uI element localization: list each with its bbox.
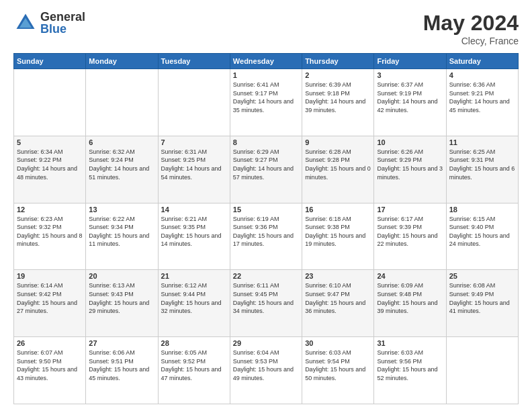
calendar-week-row: 26Sunrise: 6:07 AMSunset: 9:50 PMDayligh… xyxy=(14,337,519,404)
location: Clecy, France xyxy=(423,36,519,46)
calendar-cell xyxy=(446,337,518,404)
calendar-cell xyxy=(158,69,230,136)
col-wednesday: Wednesday xyxy=(230,54,302,69)
day-number: 17 xyxy=(377,205,443,214)
day-number: 18 xyxy=(449,205,515,214)
logo-text: General Blue xyxy=(40,11,85,35)
cell-text: Sunrise: 6:25 AMSunset: 9:31 PMDaylight:… xyxy=(449,148,515,181)
calendar-cell: 28Sunrise: 6:05 AMSunset: 9:52 PMDayligh… xyxy=(158,337,230,404)
calendar-cell: 10Sunrise: 6:26 AMSunset: 9:29 PMDayligh… xyxy=(374,136,446,203)
day-number: 21 xyxy=(161,272,227,280)
cell-text: Sunrise: 6:19 AMSunset: 9:36 PMDaylight:… xyxy=(233,215,299,248)
col-monday: Monday xyxy=(86,54,158,69)
cell-text: Sunrise: 6:03 AMSunset: 9:56 PMDaylight:… xyxy=(377,349,443,382)
cell-text: Sunrise: 6:41 AMSunset: 9:17 PMDaylight:… xyxy=(233,81,299,114)
day-number: 11 xyxy=(449,138,515,146)
day-number: 26 xyxy=(17,339,83,347)
calendar-cell: 3Sunrise: 6:37 AMSunset: 9:19 PMDaylight… xyxy=(374,69,446,136)
title-area: May 2024 Clecy, France xyxy=(423,11,519,46)
cell-text: Sunrise: 6:14 AMSunset: 9:42 PMDaylight:… xyxy=(17,281,83,315)
day-number: 20 xyxy=(89,272,154,280)
logo-general: General xyxy=(40,11,85,23)
day-number: 30 xyxy=(305,339,371,347)
calendar-cell: 23Sunrise: 6:10 AMSunset: 9:47 PMDayligh… xyxy=(302,270,374,337)
calendar-cell: 17Sunrise: 6:17 AMSunset: 9:39 PMDayligh… xyxy=(374,203,446,270)
day-number: 28 xyxy=(161,339,227,347)
cell-text: Sunrise: 6:28 AMSunset: 9:28 PMDaylight:… xyxy=(305,148,371,181)
calendar-cell: 7Sunrise: 6:31 AMSunset: 9:25 PMDaylight… xyxy=(158,136,230,203)
day-number: 27 xyxy=(89,339,154,347)
calendar-cell: 25Sunrise: 6:08 AMSunset: 9:49 PMDayligh… xyxy=(446,270,518,337)
cell-text: Sunrise: 6:32 AMSunset: 9:24 PMDaylight:… xyxy=(89,148,154,181)
cell-text: Sunrise: 6:22 AMSunset: 9:34 PMDaylight:… xyxy=(89,215,154,248)
logo: General Blue xyxy=(13,11,85,35)
calendar-cell: 5Sunrise: 6:34 AMSunset: 9:22 PMDaylight… xyxy=(14,136,86,203)
cell-text: Sunrise: 6:21 AMSunset: 9:35 PMDaylight:… xyxy=(161,215,227,248)
day-number: 22 xyxy=(233,272,299,280)
col-thursday: Thursday xyxy=(302,54,374,69)
cell-text: Sunrise: 6:10 AMSunset: 9:47 PMDaylight:… xyxy=(305,281,371,315)
logo-blue: Blue xyxy=(40,23,85,35)
cell-text: Sunrise: 6:08 AMSunset: 9:49 PMDaylight:… xyxy=(449,281,515,315)
calendar-table: Sunday Monday Tuesday Wednesday Thursday… xyxy=(13,53,519,404)
cell-text: Sunrise: 6:04 AMSunset: 9:53 PMDaylight:… xyxy=(233,349,299,382)
day-number: 8 xyxy=(233,138,299,146)
cell-text: Sunrise: 6:23 AMSunset: 9:32 PMDaylight:… xyxy=(17,215,83,248)
day-number: 29 xyxy=(233,339,299,347)
day-number: 10 xyxy=(377,138,443,146)
cell-text: Sunrise: 6:26 AMSunset: 9:29 PMDaylight:… xyxy=(377,148,443,181)
calendar-cell: 26Sunrise: 6:07 AMSunset: 9:50 PMDayligh… xyxy=(14,337,86,404)
cell-text: Sunrise: 6:13 AMSunset: 9:43 PMDaylight:… xyxy=(89,281,154,315)
calendar-cell: 22Sunrise: 6:11 AMSunset: 9:45 PMDayligh… xyxy=(230,270,302,337)
cell-text: Sunrise: 6:37 AMSunset: 9:19 PMDaylight:… xyxy=(377,81,443,114)
calendar-cell: 1Sunrise: 6:41 AMSunset: 9:17 PMDaylight… xyxy=(230,69,302,136)
cell-text: Sunrise: 6:15 AMSunset: 9:40 PMDaylight:… xyxy=(449,215,515,248)
day-number: 9 xyxy=(305,138,371,146)
day-number: 16 xyxy=(305,205,371,214)
calendar-cell: 13Sunrise: 6:22 AMSunset: 9:34 PMDayligh… xyxy=(86,203,158,270)
cell-text: Sunrise: 6:34 AMSunset: 9:22 PMDaylight:… xyxy=(17,148,83,181)
calendar-cell: 27Sunrise: 6:06 AMSunset: 9:51 PMDayligh… xyxy=(86,337,158,404)
calendar-cell: 19Sunrise: 6:14 AMSunset: 9:42 PMDayligh… xyxy=(14,270,86,337)
cell-text: Sunrise: 6:12 AMSunset: 9:44 PMDaylight:… xyxy=(161,281,227,315)
day-number: 15 xyxy=(233,205,299,214)
calendar-cell: 21Sunrise: 6:12 AMSunset: 9:44 PMDayligh… xyxy=(158,270,230,337)
calendar-cell: 15Sunrise: 6:19 AMSunset: 9:36 PMDayligh… xyxy=(230,203,302,270)
day-number: 14 xyxy=(161,205,227,214)
calendar-cell: 9Sunrise: 6:28 AMSunset: 9:28 PMDaylight… xyxy=(302,136,374,203)
day-number: 24 xyxy=(377,272,443,280)
day-number: 2 xyxy=(305,71,371,79)
header: General Blue May 2024 Clecy, France xyxy=(13,11,519,46)
day-number: 12 xyxy=(17,205,83,214)
day-number: 23 xyxy=(305,272,371,280)
cell-text: Sunrise: 6:07 AMSunset: 9:50 PMDaylight:… xyxy=(17,349,83,382)
calendar-cell: 24Sunrise: 6:09 AMSunset: 9:48 PMDayligh… xyxy=(374,270,446,337)
cell-text: Sunrise: 6:31 AMSunset: 9:25 PMDaylight:… xyxy=(161,148,227,181)
col-saturday: Saturday xyxy=(446,54,518,69)
day-number: 6 xyxy=(89,138,154,146)
calendar-cell: 8Sunrise: 6:29 AMSunset: 9:27 PMDaylight… xyxy=(230,136,302,203)
col-friday: Friday xyxy=(374,54,446,69)
cell-text: Sunrise: 6:36 AMSunset: 9:21 PMDaylight:… xyxy=(449,81,515,114)
cell-text: Sunrise: 6:06 AMSunset: 9:51 PMDaylight:… xyxy=(89,349,154,382)
logo-icon xyxy=(13,11,38,35)
cell-text: Sunrise: 6:18 AMSunset: 9:38 PMDaylight:… xyxy=(305,215,371,248)
calendar-cell: 18Sunrise: 6:15 AMSunset: 9:40 PMDayligh… xyxy=(446,203,518,270)
day-number: 19 xyxy=(17,272,83,280)
cell-text: Sunrise: 6:39 AMSunset: 9:18 PMDaylight:… xyxy=(305,81,371,114)
day-number: 7 xyxy=(161,138,227,146)
calendar-cell xyxy=(14,69,86,136)
col-tuesday: Tuesday xyxy=(158,54,230,69)
calendar-cell: 6Sunrise: 6:32 AMSunset: 9:24 PMDaylight… xyxy=(86,136,158,203)
calendar-week-row: 1Sunrise: 6:41 AMSunset: 9:17 PMDaylight… xyxy=(14,69,519,136)
cell-text: Sunrise: 6:09 AMSunset: 9:48 PMDaylight:… xyxy=(377,281,443,315)
calendar-week-row: 19Sunrise: 6:14 AMSunset: 9:42 PMDayligh… xyxy=(14,270,519,337)
calendar-cell xyxy=(86,69,158,136)
calendar-week-row: 12Sunrise: 6:23 AMSunset: 9:32 PMDayligh… xyxy=(14,203,519,270)
cell-text: Sunrise: 6:03 AMSunset: 9:54 PMDaylight:… xyxy=(305,349,371,382)
calendar-cell: 31Sunrise: 6:03 AMSunset: 9:56 PMDayligh… xyxy=(374,337,446,404)
page: General Blue May 2024 Clecy, France Sund… xyxy=(0,0,532,411)
month-year: May 2024 xyxy=(423,11,519,36)
day-number: 1 xyxy=(233,71,299,79)
calendar-header-row: Sunday Monday Tuesday Wednesday Thursday… xyxy=(14,54,519,69)
